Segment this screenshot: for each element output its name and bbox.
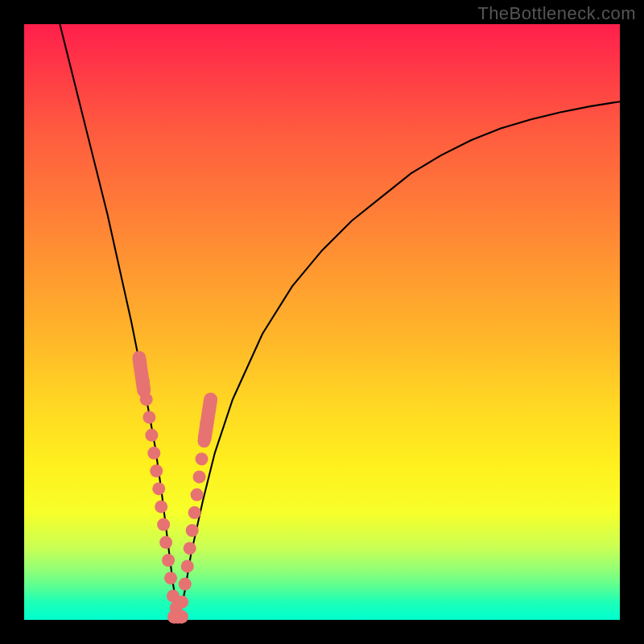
data-point (196, 452, 208, 465)
data-point (175, 596, 188, 609)
data-point (181, 559, 194, 572)
data-point (200, 417, 213, 430)
data-point (150, 464, 163, 477)
data-point (157, 518, 170, 531)
data-point (137, 375, 150, 388)
bottleneck-curve (60, 24, 620, 620)
data-point (175, 610, 188, 624)
data-point (186, 524, 199, 537)
data-point (142, 411, 155, 423)
data-point (147, 447, 160, 460)
data-point (159, 536, 172, 549)
data-point (184, 542, 196, 555)
chart-frame: TheBottleneck.com (0, 0, 644, 644)
watermark-text: TheBottleneck.com (477, 3, 636, 24)
data-point (179, 578, 192, 591)
data-points-group (137, 375, 213, 624)
data-point (197, 435, 210, 448)
data-point (145, 429, 158, 442)
data-point (164, 572, 177, 584)
data-point (188, 506, 201, 519)
curve-svg (24, 24, 620, 620)
data-point (155, 500, 167, 513)
data-point (193, 470, 206, 483)
data-point (140, 393, 153, 406)
data-point (191, 489, 204, 502)
data-point (162, 554, 175, 567)
data-point (152, 482, 165, 495)
plot-area (24, 24, 620, 620)
